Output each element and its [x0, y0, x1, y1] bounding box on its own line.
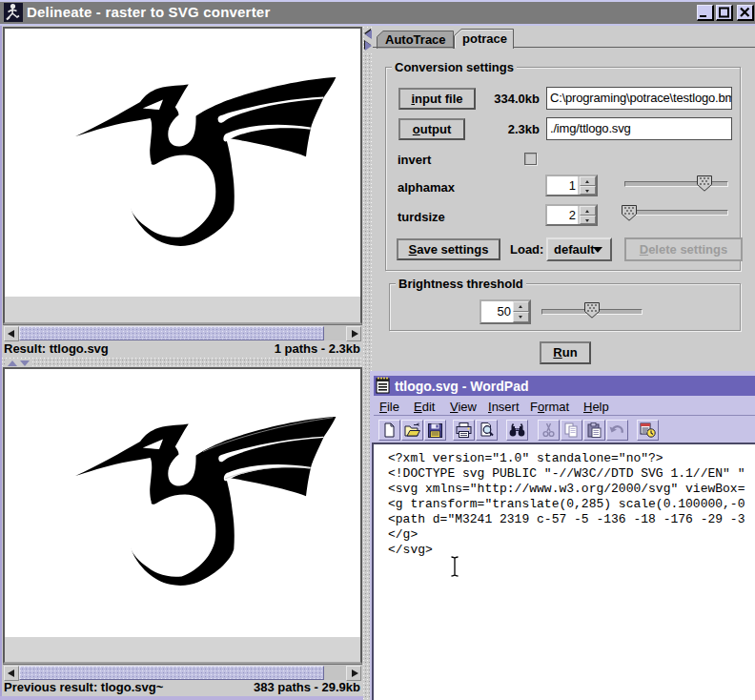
svg-text:potrace: potrace	[462, 31, 507, 46]
svg-text:AutoTrace: AutoTrace	[385, 32, 446, 47]
